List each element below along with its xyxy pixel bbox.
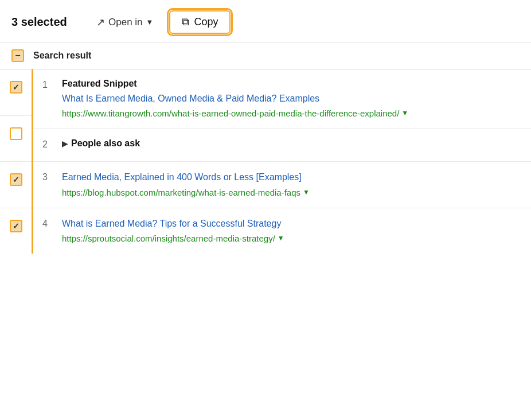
- table-row: 2 ▶ People also ask: [33, 129, 531, 162]
- row-content-1: Featured Snippet What Is Earned Media, O…: [62, 79, 520, 119]
- row-link-url-4[interactable]: https://sproutsocial.com/insights/earned…: [62, 232, 520, 244]
- selected-count-label: 3 selected: [11, 15, 80, 29]
- row-link-title-1[interactable]: What Is Earned Media, Owned Media & Paid…: [62, 92, 520, 105]
- people-also-ask-label: People also ask: [71, 138, 140, 149]
- dropdown-arrow-icon: ▼: [146, 18, 154, 26]
- row-number-3: 3: [42, 171, 54, 198]
- row-checkbox-2[interactable]: [10, 127, 22, 140]
- table-row: 4 What is Earned Media? Tips for a Succe…: [33, 208, 531, 254]
- selection-cell-3: [0, 162, 32, 208]
- row-content-2: ▶ People also ask: [62, 138, 520, 152]
- table-row: 3 Earned Media, Explained in 400 Words o…: [33, 162, 531, 208]
- results-container: 1 Featured Snippet What Is Earned Media,…: [0, 69, 531, 254]
- row-link-url-3[interactable]: https://blog.hubspot.com/marketing/what-…: [62, 186, 520, 199]
- external-link-icon: ↗︎: [96, 16, 105, 29]
- open-in-button[interactable]: ↗︎ Open in ▼: [92, 13, 158, 32]
- copy-icon: ⧉: [182, 16, 189, 28]
- row-number-1: 1: [42, 79, 54, 119]
- url-dropdown-icon-4[interactable]: ▼: [278, 234, 284, 243]
- row-checkbox-1[interactable]: [10, 81, 22, 94]
- row-link-title-3[interactable]: Earned Media, Explained in 400 Words or …: [62, 171, 520, 184]
- rows-container: 1 Featured Snippet What Is Earned Media,…: [33, 69, 531, 254]
- row-content-4: What is Earned Media? Tips for a Success…: [62, 217, 520, 244]
- url-dropdown-icon-1[interactable]: ▼: [401, 108, 408, 118]
- row-title-1: Featured Snippet: [62, 79, 520, 89]
- url-text-4: https://sproutsocial.com/insights/earned…: [62, 232, 275, 244]
- selection-cell-4: [0, 208, 32, 254]
- url-text-3: https://blog.hubspot.com/marketing/what-…: [62, 186, 300, 199]
- row-number-4: 4: [42, 217, 54, 244]
- row-link-url-1[interactable]: https://www.titangrowth.com/what-is-earn…: [62, 107, 520, 119]
- open-in-label: Open in: [108, 17, 143, 28]
- selection-cell-1: [0, 69, 32, 116]
- url-dropdown-icon-3[interactable]: ▼: [303, 188, 310, 197]
- copy-label: Copy: [194, 16, 218, 28]
- table-header: Search result: [0, 42, 531, 69]
- row-link-title-4[interactable]: What is Earned Media? Tips for a Success…: [62, 217, 520, 230]
- row-checkbox-4[interactable]: [10, 220, 22, 232]
- expand-icon-2[interactable]: ▶: [62, 139, 68, 148]
- table-header-label: Search result: [33, 50, 91, 61]
- table-row: 1 Featured Snippet What Is Earned Media,…: [33, 69, 531, 129]
- copy-button[interactable]: ⧉ Copy: [169, 10, 231, 34]
- row-checkbox-3[interactable]: [10, 173, 22, 186]
- toolbar: 3 selected ↗︎ Open in ▼ ⧉ Copy: [0, 0, 531, 42]
- url-text-1: https://www.titangrowth.com/what-is-earn…: [62, 107, 399, 119]
- featured-snippet-label: Featured Snippet: [62, 79, 137, 89]
- row-number-2: 2: [42, 138, 54, 152]
- select-all-checkbox[interactable]: [11, 49, 24, 62]
- selection-bar: [0, 69, 33, 254]
- row-title-2: ▶ People also ask: [62, 138, 520, 149]
- selection-cell-2: [0, 116, 32, 162]
- row-content-3: Earned Media, Explained in 400 Words or …: [62, 171, 520, 198]
